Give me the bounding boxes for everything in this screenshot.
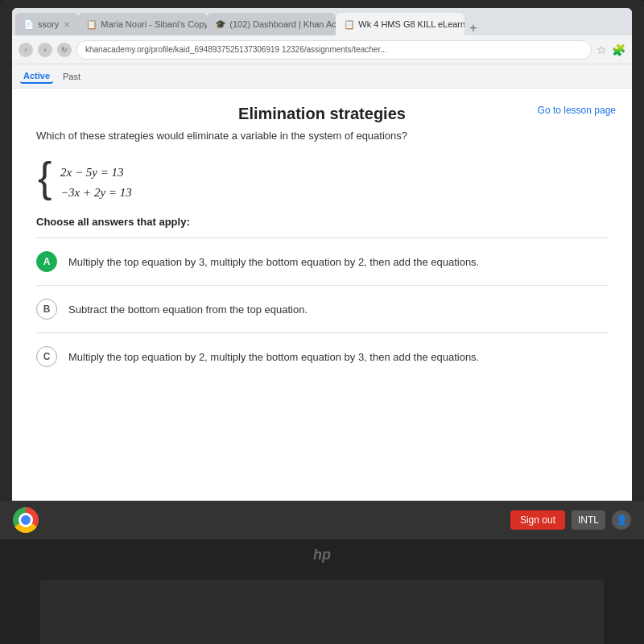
question-title: Elimination strategies [36, 105, 608, 123]
tab-1[interactable]: 📋 Maria Nouri - Sibani's Copy of H... ✕ [78, 13, 207, 35]
toolbar-tab-active[interactable]: Active [20, 69, 53, 84]
option-b[interactable]: B Subtract the bottom equation from the … [36, 289, 608, 329]
star-icon[interactable]: ☆ [597, 43, 607, 56]
tab-3[interactable]: 📋 Wk 4 HMS G8 KILL eLearning Pl... ✕ [336, 13, 464, 35]
option-c-circle: C [36, 346, 57, 367]
equation-system: { 2x − 5y = 13 −3x + 2y = 13 [52, 163, 132, 203]
option-a[interactable]: A Multiply the top equation by 3, multip… [36, 242, 608, 282]
taskbar-left [13, 507, 39, 533]
tab-1-favicon: 📋 [86, 19, 97, 30]
tab-3-label: Wk 4 HMS G8 KILL eLearning Pl... [358, 19, 464, 29]
tab-2-label: (102) Dashboard | Khan Academ... [229, 19, 336, 29]
option-c[interactable]: C Multiply the top equation by 2, multip… [36, 336, 608, 377]
tab-1-label: Maria Nouri - Sibani's Copy of H... [101, 19, 207, 29]
reload-button[interactable]: ↻ [57, 43, 72, 57]
main-content: Elimination strategies Go to lesson page… [12, 89, 632, 539]
hp-logo: hp [313, 547, 331, 564]
divider-a [36, 285, 608, 286]
tab-2-favicon: 🎓 [215, 19, 226, 30]
option-c-text: Multiply the top equation by 2, multiply… [68, 351, 479, 363]
toolbar-row: Active Past [12, 64, 632, 89]
equation-1: 2x − 5y = 13 [60, 163, 132, 183]
divider-top [36, 237, 608, 238]
choose-label: Choose all answers that apply: [36, 216, 608, 228]
taskbar-right: Sign out INTL 👤 [510, 510, 631, 530]
tab-2[interactable]: 🎓 (102) Dashboard | Khan Academ... ✕ [207, 13, 336, 35]
go-to-lesson-link[interactable]: Go to lesson page [538, 105, 616, 116]
back-button[interactable]: ‹ [19, 43, 33, 57]
sign-out-button[interactable]: Sign out [510, 510, 565, 530]
intl-button[interactable]: INTL [572, 510, 605, 530]
option-a-text: Multiply the top equation by 3, multiply… [68, 256, 479, 268]
tab-0-label: ssory [38, 19, 59, 29]
question-prompt: Which of these strategies would eliminat… [36, 130, 608, 142]
divider-b [36, 332, 608, 333]
extensions-icon[interactable]: 🧩 [612, 43, 625, 56]
address-bar-row: ‹ › ↻ khanacademy.org/profile/kaid_69489… [12, 35, 632, 64]
option-a-circle: A [36, 251, 57, 272]
taskbar: Sign out INTL 👤 [0, 501, 644, 539]
profile-icon[interactable]: 👤 [612, 510, 631, 530]
forward-button[interactable]: › [38, 43, 52, 57]
tab-0[interactable]: 📄 ssory ✕ [15, 13, 78, 35]
keyboard-area [40, 580, 604, 644]
brace-symbol: { [38, 156, 52, 198]
option-b-circle: B [36, 299, 57, 320]
new-tab-button[interactable]: + [464, 21, 481, 35]
tab-bar: 📄 ssory ✕ 📋 Maria Nouri - Sibani's Copy … [12, 8, 632, 35]
tab-3-favicon: 📋 [344, 19, 355, 30]
browser-window: 📄 ssory ✕ 📋 Maria Nouri - Sibani's Copy … [12, 8, 632, 539]
toolbar-tab-past[interactable]: Past [60, 70, 84, 83]
option-b-text: Subtract the bottom equation from the to… [68, 303, 308, 316]
tab-0-favicon: 📄 [23, 19, 35, 30]
equation-2: −3x + 2y = 13 [60, 183, 132, 203]
tab-0-close[interactable]: ✕ [64, 20, 70, 29]
address-bar[interactable]: khanacademy.org/profile/kaid_69489375251… [76, 40, 592, 60]
chrome-icon[interactable] [13, 507, 39, 533]
address-text: khanacademy.org/profile/kaid_69489375251… [85, 45, 387, 54]
